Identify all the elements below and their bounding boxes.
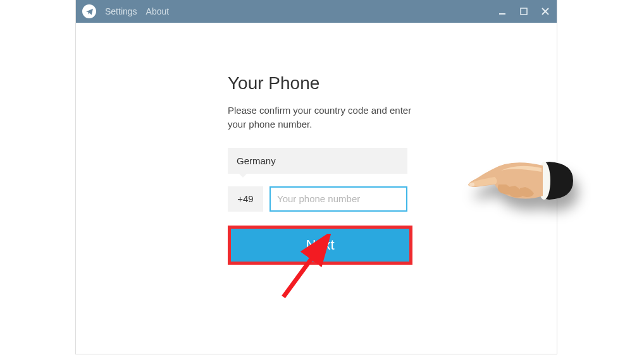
svg-rect-1 bbox=[521, 8, 527, 15]
country-select[interactable]: Germany bbox=[228, 148, 407, 174]
content-area: Your Phone Please confirm your country c… bbox=[76, 23, 557, 354]
titlebar: Settings About bbox=[76, 0, 557, 23]
page-title: Your Phone bbox=[228, 73, 557, 94]
app-window: Settings About Your Phone Please confirm… bbox=[76, 0, 557, 354]
phone-row: +49 bbox=[228, 186, 407, 212]
next-button[interactable]: Next bbox=[231, 229, 409, 262]
country-code-field[interactable]: +49 bbox=[228, 186, 263, 212]
menu-about[interactable]: About bbox=[146, 6, 170, 16]
window-controls bbox=[497, 6, 550, 16]
next-button-highlight: Next bbox=[228, 226, 412, 265]
maximize-icon[interactable] bbox=[519, 6, 529, 16]
close-icon[interactable] bbox=[540, 6, 550, 16]
telegram-icon bbox=[82, 4, 96, 18]
phone-input[interactable] bbox=[269, 186, 407, 212]
svg-rect-0 bbox=[499, 13, 505, 15]
minimize-icon[interactable] bbox=[497, 6, 507, 16]
page-subtitle: Please confirm your country code and ent… bbox=[228, 104, 418, 131]
menu-settings[interactable]: Settings bbox=[105, 6, 137, 16]
